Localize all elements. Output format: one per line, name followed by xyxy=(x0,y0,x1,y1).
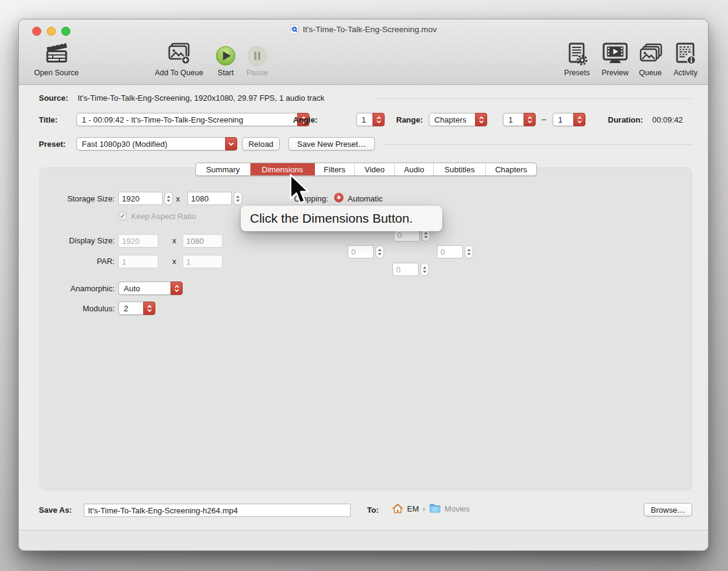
range-label: Range: xyxy=(396,115,423,124)
divider xyxy=(374,98,692,99)
anamorphic-value: Auto xyxy=(119,284,170,293)
crop-left-field[interactable] xyxy=(348,245,374,258)
preview-icon xyxy=(602,39,629,66)
movies-folder-icon xyxy=(429,504,441,513)
duration-label: Duration: xyxy=(608,115,643,124)
updown-chevrons-icon xyxy=(372,113,385,126)
add-to-queue-label: Add To Queue xyxy=(155,69,203,77)
crop-right-field[interactable] xyxy=(437,245,463,258)
crop-right-stepper[interactable] xyxy=(465,245,473,258)
handbrake-window: It's-Time-To-Talk-Eng-Screening.mov Open xyxy=(18,19,709,551)
destination-breadcrumb[interactable]: EM › Movies xyxy=(392,503,470,514)
pause-icon xyxy=(247,39,268,66)
modulus-value: 2 xyxy=(119,304,143,313)
updown-chevrons-icon xyxy=(170,282,183,295)
open-source-label: Open Source xyxy=(34,69,79,77)
anamorphic-label: Anamorphic: xyxy=(31,284,115,293)
movie-document-icon xyxy=(290,24,299,35)
tooltip: Click the Dimensions Button. xyxy=(241,206,442,231)
preview-label: Preview xyxy=(602,69,629,77)
storage-width-field[interactable] xyxy=(118,192,163,205)
angle-select[interactable]: 1 xyxy=(356,113,385,126)
display-size-label: Display Size: xyxy=(31,236,115,245)
storage-size-label: Storage Size: xyxy=(31,194,115,203)
updown-chevrons-icon xyxy=(524,113,536,126)
range-dash: – xyxy=(542,115,546,124)
tab-video[interactable]: Video xyxy=(355,163,395,175)
activity-button[interactable]: Activity xyxy=(667,39,704,77)
crop-left-stepper[interactable] xyxy=(376,245,384,258)
breadcrumb-home-name: EM xyxy=(407,504,419,513)
save-as-filename-input[interactable] xyxy=(84,504,351,517)
dimension-separator: x xyxy=(172,236,177,245)
queue-icon xyxy=(638,39,663,66)
add-to-queue-button[interactable]: Add To Queue xyxy=(147,39,211,77)
dimension-separator: x xyxy=(176,194,180,203)
chevron-down-icon xyxy=(225,137,237,150)
tab-chapters[interactable]: Chapters xyxy=(486,163,536,175)
preset-label: Preset: xyxy=(39,140,66,149)
queue-label: Queue xyxy=(639,69,662,77)
title-select-value: 1 - 00:09:42 - It's-Time-To-Talk-Eng-Scr… xyxy=(77,115,297,124)
modulus-select[interactable]: 2 xyxy=(118,302,155,315)
title-select[interactable]: 1 - 00:09:42 - It's-Time-To-Talk-Eng-Scr… xyxy=(76,113,309,126)
storage-width-stepper[interactable] xyxy=(164,192,173,205)
cropping-automatic-radio[interactable] xyxy=(334,193,343,202)
clapperboard-icon xyxy=(43,39,70,66)
activity-label: Activity xyxy=(673,69,698,77)
window-title-area: It's-Time-To-Talk-Eng-Screening.mov xyxy=(19,24,708,35)
tab-audio[interactable]: Audio xyxy=(395,163,434,175)
source-value: It's-Time-To-Talk-Eng-Screening, 1920x10… xyxy=(78,93,325,103)
preset-value: Fast 1080p30 (Modified) xyxy=(77,140,225,149)
divider xyxy=(383,144,692,145)
start-button[interactable]: Start xyxy=(211,39,241,77)
queue-button[interactable]: Queue xyxy=(633,39,668,77)
par-width-field xyxy=(118,255,158,268)
keep-aspect-checkbox[interactable] xyxy=(118,212,127,220)
presets-label: Presets xyxy=(564,69,590,77)
preview-button[interactable]: Preview xyxy=(595,39,635,77)
save-as-label: Save As: xyxy=(39,505,72,515)
par-label: PAR: xyxy=(31,257,115,266)
pause-button[interactable]: Pause xyxy=(242,39,272,77)
preset-select[interactable]: Fast 1080p30 (Modified) xyxy=(76,137,237,150)
tab-subtitles[interactable]: Subtitles xyxy=(434,163,486,175)
start-label: Start xyxy=(218,69,234,77)
display-width-field xyxy=(118,234,158,248)
crop-bottom-field[interactable] xyxy=(393,263,419,276)
browse-button[interactable]: Browse… xyxy=(644,503,692,516)
window-title: It's-Time-To-Talk-Eng-Screening.mov xyxy=(303,25,437,34)
range-type-select[interactable]: Chapters xyxy=(429,113,487,126)
par-height-field xyxy=(183,255,223,268)
modulus-label: Modulus: xyxy=(31,304,115,313)
open-source-button[interactable]: Open Source xyxy=(27,39,86,77)
range-from-select[interactable]: 1 xyxy=(503,113,536,126)
add-to-queue-icon xyxy=(165,39,193,66)
presets-button[interactable]: Presets xyxy=(558,39,596,77)
angle-label: Angle: xyxy=(293,115,317,124)
tab-filters[interactable]: Filters xyxy=(315,163,355,175)
cursor-icon xyxy=(286,174,311,209)
dimension-separator: x xyxy=(172,257,177,266)
crop-bottom-stepper[interactable] xyxy=(420,263,429,276)
display-height-field xyxy=(183,234,223,248)
anamorphic-select[interactable]: Auto xyxy=(118,282,183,295)
section-tabbar: Summary Dimensions Filters Video Audio S… xyxy=(195,163,537,176)
presets-icon xyxy=(566,39,588,66)
status-footer xyxy=(19,530,708,550)
pause-label: Pause xyxy=(246,69,268,77)
range-to-select[interactable]: 1 xyxy=(553,113,585,126)
keep-aspect-label: Keep Aspect Ratio xyxy=(131,212,196,221)
range-from-value: 1 xyxy=(504,115,524,124)
breadcrumb-folder-name: Movies xyxy=(445,504,470,513)
storage-height-stepper[interactable] xyxy=(234,192,242,205)
breadcrumb-chevron: › xyxy=(423,504,425,513)
storage-height-field[interactable] xyxy=(187,192,232,205)
range-type-value: Chapters xyxy=(430,115,475,124)
reload-button[interactable]: Reload xyxy=(242,137,280,150)
activity-icon xyxy=(674,39,697,66)
tab-summary[interactable]: Summary xyxy=(196,163,251,175)
cropping-automatic-label: Automatic xyxy=(348,194,383,203)
save-new-preset-button[interactable]: Save New Preset… xyxy=(288,137,375,150)
title-label: Title: xyxy=(39,115,58,124)
